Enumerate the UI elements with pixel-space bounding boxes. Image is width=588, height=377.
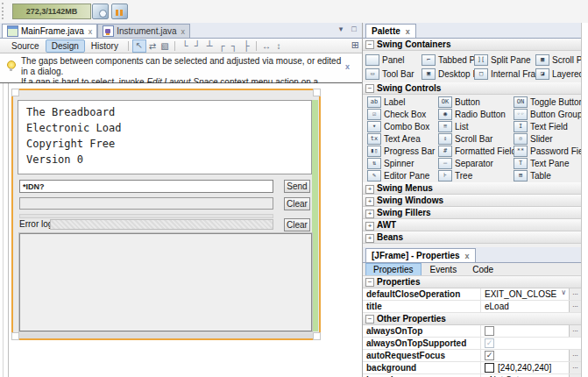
- align-bottom-icon[interactable]: ┐: [228, 40, 240, 52]
- palette-item-tree[interactable]: Tree: [438, 169, 514, 181]
- expand-icon[interactable]: +: [365, 222, 374, 231]
- checkbox-unchecked[interactable]: [485, 326, 494, 336]
- source-view-button[interactable]: Source: [5, 39, 46, 53]
- expand-icon[interactable]: +: [365, 197, 374, 206]
- align-left-icon[interactable]: └: [179, 40, 191, 52]
- close-tab-icon[interactable]: x: [89, 27, 93, 36]
- checkbox-checked[interactable]: ✓: [485, 351, 494, 360]
- palette-item-layered-pane[interactable]: Layered Pane: [535, 67, 581, 81]
- collapse-icon[interactable]: −: [365, 315, 374, 324]
- palette-item-button-group[interactable]: Button Group: [514, 108, 581, 120]
- tab-instrument-java[interactable]: Instrument.java x: [97, 24, 190, 38]
- history-view-button[interactable]: History: [85, 39, 124, 53]
- palette-item-internal-frame[interactable]: Internal Frame: [474, 67, 535, 81]
- tab-mainframe-java[interactable]: MainFrame.java x: [2, 24, 97, 38]
- palette-item-label[interactable]: Label: [367, 96, 438, 108]
- palette-item-password-field[interactable]: Password Field: [514, 145, 581, 157]
- palette-item-editor-pane[interactable]: Editor Pane: [367, 169, 438, 181]
- align-top-icon[interactable]: ┌: [216, 40, 228, 52]
- section-swing-containers[interactable]: − Swing Containers: [363, 39, 581, 51]
- log-text-area[interactable]: [19, 233, 312, 331]
- section-swing-windows[interactable]: +Swing Windows: [363, 195, 581, 207]
- palette-item-separator[interactable]: Separator: [438, 157, 514, 169]
- section-swing-fillers[interactable]: +Swing Fillers: [363, 207, 581, 219]
- palette-item-spinner[interactable]: Spinner: [367, 157, 438, 169]
- section-awt[interactable]: +AWT: [363, 219, 581, 231]
- palette-item-scroll-bar[interactable]: Scroll Bar: [438, 132, 514, 145]
- clear-error-button[interactable]: Clear: [284, 218, 310, 231]
- resize-handle[interactable]: [11, 332, 19, 340]
- palette-item-slider[interactable]: Slider: [514, 132, 581, 145]
- memory-indicator[interactable]: 272,3/1142MB: [12, 4, 91, 19]
- palette-item-check-box[interactable]: Check Box: [367, 108, 438, 120]
- palette-item-progress-bar[interactable]: Progress Bar: [367, 145, 438, 157]
- palette-item-desktop-pane[interactable]: Desktop Pane: [422, 67, 474, 81]
- subtab-properties[interactable]: Properties: [365, 263, 422, 275]
- hint-close-icon[interactable]: x: [345, 61, 350, 72]
- center-horizontally-icon[interactable]: ┴: [203, 40, 216, 52]
- profiler-cube-icon[interactable]: [92, 4, 109, 19]
- palette-item-text-pane[interactable]: Text Pane: [514, 157, 581, 169]
- maximize-window-icon[interactable]: □: [349, 25, 359, 33]
- resize-handle[interactable]: [11, 89, 19, 96]
- command-input[interactable]: *IDN?: [19, 180, 273, 193]
- palette-item-table[interactable]: Table: [514, 169, 581, 181]
- subtab-code[interactable]: Code: [465, 264, 500, 275]
- right-scroll-strip[interactable]: [581, 23, 588, 377]
- palette-item-combo-box[interactable]: Combo Box: [367, 120, 438, 132]
- collapse-icon[interactable]: −: [365, 84, 374, 93]
- palette-item-radio-button[interactable]: Radio Button: [438, 108, 514, 120]
- toolbar-grip[interactable]: [2, 3, 6, 19]
- palette-item-toggle-button[interactable]: Toggle Button: [514, 96, 581, 108]
- palette-item-tool-bar[interactable]: Tool Bar: [365, 67, 422, 81]
- palette-item-list[interactable]: List: [438, 120, 514, 132]
- show-grid-icon[interactable]: ⊞: [351, 39, 359, 51]
- palette-item-text-area[interactable]: Text Area: [367, 132, 438, 145]
- property-value-combo[interactable]: EXIT_ON_CLOSE∨: [480, 288, 569, 300]
- close-properties-icon[interactable]: x: [465, 252, 470, 260]
- palette-item-button[interactable]: Button: [438, 96, 514, 108]
- expand-icon[interactable]: +: [365, 185, 374, 194]
- selection-mode-icon[interactable]: ↖: [132, 39, 146, 53]
- resize-vertical-icon[interactable]: ↕: [273, 40, 285, 52]
- close-tab-icon[interactable]: x: [181, 27, 186, 36]
- property-value[interactable]: eLoad: [480, 301, 569, 312]
- heap-cube-icon[interactable]: [111, 4, 128, 19]
- section-beans[interactable]: +Beans: [363, 231, 581, 244]
- tab-list-dropdown-icon[interactable]: ▾: [336, 25, 346, 33]
- preview-design-icon[interactable]: ▧: [159, 40, 171, 52]
- section-swing-menus[interactable]: +Swing Menus: [363, 182, 581, 195]
- properties-section-header[interactable]: − Properties: [363, 276, 581, 288]
- error-log-field[interactable]: [50, 219, 273, 230]
- property-value[interactable]: [240,240,240]: [480, 362, 569, 373]
- jframe-design-surface[interactable]: The Breadboard Electronic Load Copyright…: [11, 89, 321, 340]
- send-button[interactable]: Send: [284, 180, 310, 193]
- banner-text-area[interactable]: The Breadboard Electronic Load Copyright…: [18, 100, 312, 174]
- palette-item-scroll-pane[interactable]: Scroll Pane: [535, 53, 581, 67]
- collapse-icon[interactable]: −: [365, 40, 374, 49]
- edit-property-button[interactable]: ...: [569, 301, 581, 312]
- design-canvas[interactable]: The Breadboard Electronic Load Copyright…: [0, 83, 362, 377]
- palette-item-tabbed-pane[interactable]: Tabbed Pane: [422, 53, 474, 67]
- edit-property-button[interactable]: ...: [569, 362, 581, 373]
- palette-item-split-pane[interactable]: Split Pane: [474, 53, 535, 67]
- design-view-button[interactable]: Design: [46, 39, 85, 53]
- expand-icon[interactable]: +: [365, 210, 374, 218]
- close-palette-icon[interactable]: x: [406, 27, 410, 36]
- palette-tab[interactable]: Palette x: [365, 24, 416, 38]
- expand-icon[interactable]: +: [365, 234, 374, 243]
- edit-property-button[interactable]: ...: [569, 350, 581, 361]
- response-field[interactable]: [19, 197, 273, 210]
- edit-property-button[interactable]: ...: [569, 325, 581, 337]
- resize-handle[interactable]: [313, 332, 321, 340]
- align-right-icon[interactable]: ┘: [191, 40, 203, 52]
- collapse-icon[interactable]: −: [365, 278, 374, 287]
- subtab-events[interactable]: Events: [423, 264, 464, 275]
- resize-handle[interactable]: [313, 89, 321, 96]
- other-properties-section-header[interactable]: − Other Properties: [363, 313, 581, 325]
- palette-item-formatted-field[interactable]: Formatted Field: [438, 145, 514, 157]
- combo-arrow-icon[interactable]: ∨: [561, 288, 566, 296]
- center-vertically-icon[interactable]: ├: [240, 40, 252, 52]
- clear-button[interactable]: Clear: [284, 197, 310, 210]
- palette-item-panel[interactable]: Panel: [365, 53, 422, 67]
